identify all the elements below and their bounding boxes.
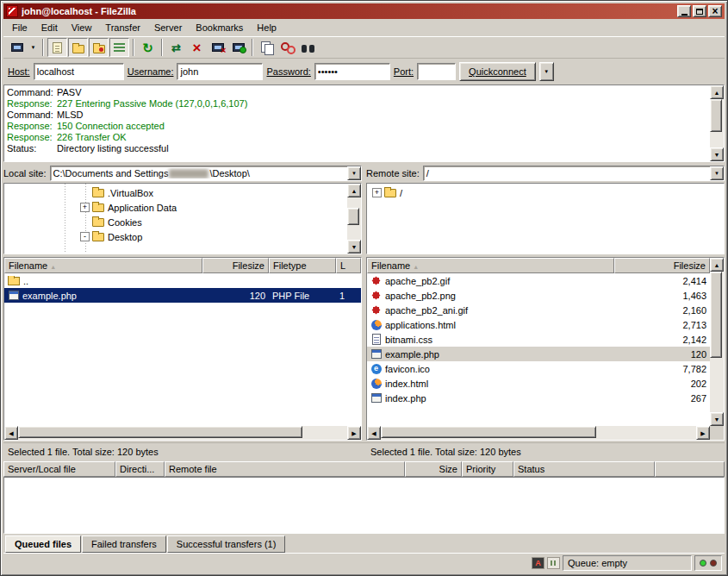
tab-failed-transfers[interactable]: Failed transfers xyxy=(82,535,166,553)
menu-transfer[interactable]: Transfer xyxy=(98,20,147,35)
file-row[interactable]: apache_pb2.gif2,414 xyxy=(367,273,710,288)
tree-item-root[interactable]: +/ xyxy=(367,185,724,200)
minimize-button[interactable] xyxy=(677,5,691,17)
scrollbar-thumb[interactable] xyxy=(710,272,722,358)
tree-item-cookies[interactable]: Cookies xyxy=(4,215,347,229)
collapse-icon[interactable]: - xyxy=(80,232,90,241)
username-input[interactable] xyxy=(177,63,263,80)
local-file-hscrollbar[interactable] xyxy=(4,426,361,440)
directory-comparison-button[interactable] xyxy=(257,38,277,57)
column-filesize[interactable]: Filesize xyxy=(614,258,710,273)
scrollbar-thumb[interactable] xyxy=(381,426,596,438)
file-row-example-php[interactable]: example.php120 xyxy=(367,347,710,361)
column-filetype[interactable]: Filetype xyxy=(269,258,336,273)
scroll-up-button[interactable] xyxy=(710,258,724,272)
scroll-down-button[interactable] xyxy=(710,412,724,426)
alert-icon[interactable] xyxy=(532,557,544,569)
menu-help[interactable]: Help xyxy=(250,20,283,35)
expand-icon[interactable]: + xyxy=(80,203,90,212)
scrollbar-thumb[interactable] xyxy=(710,99,722,132)
refresh-button[interactable] xyxy=(138,38,158,57)
reconnect-button[interactable] xyxy=(228,38,248,57)
scrollbar-thumb[interactable] xyxy=(347,208,359,225)
file-row[interactable]: bitnami.css2,142 xyxy=(367,332,710,347)
menu-edit[interactable]: Edit xyxy=(34,20,65,35)
tab-queued-files[interactable]: Queued files xyxy=(5,535,81,553)
menu-bookmarks[interactable]: Bookmarks xyxy=(189,20,250,35)
scroll-up-button[interactable] xyxy=(347,184,361,197)
tree-item-desktop[interactable]: -Desktop xyxy=(4,229,347,244)
synchronized-browsing-button[interactable] xyxy=(277,38,297,57)
file-row[interactable]: apache_pb2.png1,463 xyxy=(367,288,710,303)
column-priority[interactable]: Priority xyxy=(462,461,513,477)
toggle-queue-button[interactable] xyxy=(109,38,129,57)
column-last-modified[interactable]: L xyxy=(336,258,361,273)
scrollbar-thumb[interactable] xyxy=(18,426,302,438)
quickconnect-dropdown-button[interactable] xyxy=(539,62,554,81)
process-queue-button[interactable] xyxy=(166,38,186,57)
file-row[interactable]: applications.html2,713 xyxy=(367,317,710,332)
expand-icon[interactable]: + xyxy=(372,188,382,197)
scroll-up-button[interactable] xyxy=(710,85,724,99)
local-tree-scrollbar[interactable] xyxy=(347,184,361,254)
file-row[interactable]: index.php267 xyxy=(367,391,710,405)
site-manager-dropdown-button[interactable] xyxy=(28,38,39,57)
menu-file[interactable]: File xyxy=(5,20,34,35)
scroll-left-button[interactable] xyxy=(4,426,18,440)
column-filesize[interactable]: Filesize xyxy=(202,258,269,273)
file-row[interactable]: apache_pb2_ani.gif2,160 xyxy=(367,303,710,317)
file-row[interactable]: index.html202 xyxy=(367,376,710,391)
site-manager-button[interactable] xyxy=(7,38,27,57)
synchronized-browsing-icon xyxy=(281,42,294,53)
log-line: Command:MLSD xyxy=(7,110,707,121)
maximize-button[interactable] xyxy=(693,5,706,17)
maximize-icon xyxy=(696,9,703,15)
column-status[interactable]: Status xyxy=(513,461,655,477)
queue-list[interactable] xyxy=(3,477,725,534)
column-filename[interactable]: Filename xyxy=(367,258,614,273)
host-input[interactable] xyxy=(34,63,124,80)
password-input[interactable] xyxy=(314,63,390,80)
remote-site-dropdown-button[interactable] xyxy=(710,166,724,180)
cancel-operation-button[interactable] xyxy=(187,38,207,57)
toggle-message-log-button[interactable] xyxy=(47,38,67,57)
tree-item-application-data[interactable]: +Application Data xyxy=(4,200,347,215)
folder-icon xyxy=(92,218,104,227)
file-row-example-php[interactable]: example.php 120 PHP File 1 xyxy=(4,288,361,303)
column-remote-file[interactable]: Remote file xyxy=(165,461,405,477)
file-row[interactable]: favicon.ico7,782 xyxy=(367,361,710,376)
column-direction[interactable]: Directi... xyxy=(115,461,165,477)
column-filename[interactable]: Filename xyxy=(4,258,202,273)
scroll-down-button[interactable] xyxy=(710,147,724,161)
scroll-right-button[interactable] xyxy=(347,426,361,440)
local-site-combobox[interactable]: C:\Documents and Settings\Desktop\ xyxy=(50,166,362,181)
port-input[interactable] xyxy=(417,63,456,80)
upload-activity-led-icon xyxy=(710,560,717,567)
close-button[interactable] xyxy=(708,5,722,17)
scroll-down-button[interactable] xyxy=(347,240,361,254)
file-row-parent-dir[interactable]: .. xyxy=(4,273,361,288)
remote-site-combobox[interactable]: / xyxy=(423,166,725,181)
quickconnect-button[interactable]: Quickconnect xyxy=(459,62,536,81)
scroll-left-button[interactable] xyxy=(367,426,381,440)
queue-status-panel: Queue: empty xyxy=(563,555,692,571)
disconnect-button[interactable] xyxy=(208,38,227,57)
toggle-local-tree-button[interactable] xyxy=(68,38,88,57)
menu-view[interactable]: View xyxy=(65,20,99,35)
tree-item-virtualbox[interactable]: .VirtualBox xyxy=(4,185,347,200)
tab-successful-transfers[interactable]: Successful transfers (1) xyxy=(167,535,286,553)
toggle-remote-tree-button[interactable] xyxy=(89,38,109,57)
remote-file-vscrollbar[interactable] xyxy=(710,258,724,426)
log-line: Command:PASV xyxy=(7,87,707,98)
app-icon xyxy=(6,5,18,17)
remote-file-hscrollbar[interactable] xyxy=(367,426,710,440)
log-scrollbar[interactable] xyxy=(710,85,724,161)
column-server-local-file[interactable]: Server/Local file xyxy=(3,461,115,477)
local-site-dropdown-button[interactable] xyxy=(347,166,361,180)
find-files-button[interactable] xyxy=(298,38,318,57)
title-bar[interactable]: john@localhost - FileZilla xyxy=(3,3,725,19)
column-size[interactable]: Size xyxy=(405,461,462,477)
keyboard-icon[interactable] xyxy=(547,557,560,569)
scroll-right-button[interactable] xyxy=(696,426,710,440)
menu-server[interactable]: Server xyxy=(147,20,189,35)
